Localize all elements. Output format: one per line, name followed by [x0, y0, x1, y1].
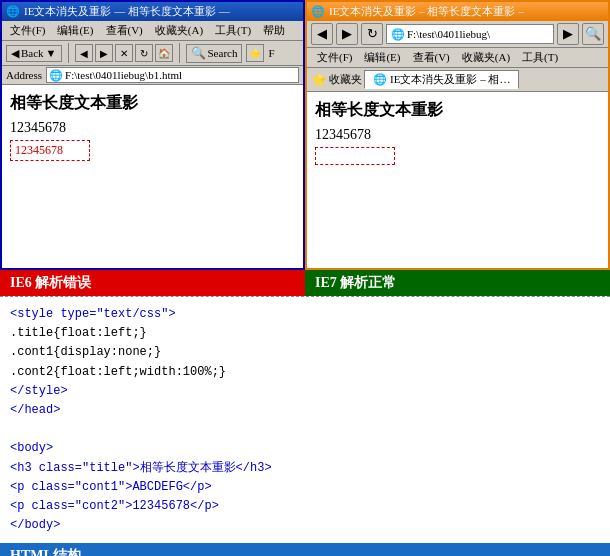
ie6-menu-tools[interactable]: 工具(T) [209, 22, 257, 39]
ie6-title: IE文本消失及重影 — 相等长度文本重影 — [24, 4, 230, 19]
code-line: <body> [10, 439, 600, 458]
ie6-titlebar: 🌐 IE文本消失及重影 — 相等长度文本重影 — [2, 2, 303, 21]
ie7-search-button[interactable]: 🔍 [582, 23, 604, 45]
ie7-forward-button[interactable]: ▶ [336, 23, 358, 45]
code-line: <p class="cont2">12345678</p> [10, 497, 600, 516]
ie7-banner-text: IE7 解析正常 [315, 274, 396, 292]
back-arrow-icon: ◀ [11, 47, 19, 60]
ie6-menu-file[interactable]: 文件(F) [4, 22, 51, 39]
code-line: <h3 class="title">相等长度文本重影</h3> [10, 459, 600, 478]
ie7-menu-edit[interactable]: 编辑(E) [358, 49, 406, 66]
code-line: </style> [10, 382, 600, 401]
ie6-back-button[interactable]: ◀ Back ▼ [6, 45, 62, 62]
ie6-menu-help[interactable]: 帮助 [257, 22, 291, 39]
ie6-banner: IE6 解析错误 [0, 270, 305, 296]
ie6-menu-view[interactable]: 查看(V) [100, 22, 149, 39]
ie7-content: 相等长度文本重影 12345678 [307, 92, 608, 268]
ie7-tab-active[interactable]: 🌐 IE文本消失及重影 – 相… [364, 70, 519, 89]
ie7-menu-bar: 文件(F) 编辑(E) 查看(V) 收藏夹(A) 工具(T) [307, 48, 608, 68]
ie6-window: 🌐 IE文本消失及重影 — 相等长度文本重影 — 文件(F) 编辑(E) 查看(… [0, 0, 305, 270]
ie6-menu-edit[interactable]: 编辑(E) [51, 22, 99, 39]
browsers-row: 🌐 IE文本消失及重影 — 相等长度文本重影 — 文件(F) 编辑(E) 查看(… [0, 0, 610, 270]
labels-row: IE6 解析错误 IE7 解析正常 [0, 270, 610, 296]
ie6-content-title: 相等长度文本重影 [10, 93, 295, 114]
ie6-search-button[interactable]: 🔍 Search [186, 44, 243, 63]
toolbar-separator [68, 43, 69, 63]
ie7-content-title: 相等长度文本重影 [315, 100, 600, 121]
ie6-address-bar: Address 🌐 F:\test\0401liebug\b1.html [2, 66, 303, 85]
ie6-content-line1: 12345678 [10, 120, 295, 136]
ie7-title: IE文本消失及重影 – 相等长度文本重影 – [329, 4, 524, 19]
home-icon[interactable]: 🏠 [155, 44, 173, 62]
stop-icon[interactable]: ✕ [115, 44, 133, 62]
ie7-menu-file[interactable]: 文件(F) [311, 49, 358, 66]
forward-icon[interactable]: ▶ [95, 44, 113, 62]
ie6-banner-text: IE6 解析错误 [10, 274, 91, 292]
ie7-menu-view[interactable]: 查看(V) [407, 49, 456, 66]
ie7-favorites-icon[interactable]: ⭐ [311, 72, 327, 88]
ie7-content-box [315, 147, 395, 165]
ie7-address-value: F:\test\0401liebug\ [407, 28, 490, 40]
ie7-window: 🌐 IE文本消失及重影 – 相等长度文本重影 – ◀ ▶ ↻ 🌐 F:\test… [305, 0, 610, 270]
ie6-menu-favorites[interactable]: 收藏夹(A) [149, 22, 209, 39]
ie7-tab-icon: 🌐 [373, 73, 387, 86]
ie7-back-button[interactable]: ◀ [311, 23, 333, 45]
ie6-toolbar: ◀ Back ▼ ◀ ▶ ✕ ↻ 🏠 🔍 Search ⭐ [2, 41, 303, 66]
search-icon: 🔍 [191, 46, 206, 61]
toolbar-separator-2 [179, 43, 180, 63]
ie7-banner: IE7 解析正常 [305, 270, 610, 296]
ie6-content-box: 12345678 [10, 140, 90, 161]
html-structure-label: HTML结构 [0, 543, 610, 556]
ie7-menu-favorites[interactable]: 收藏夹(A) [456, 49, 516, 66]
ie7-tab-label: IE文本消失及重影 – 相… [390, 72, 510, 87]
ie6-toolbar-icons: ◀ ▶ ✕ ↻ 🏠 [75, 44, 173, 62]
ie7-content-line1: 12345678 [315, 127, 600, 143]
code-line: </body> [10, 516, 600, 535]
ie6-search-label: Search [208, 47, 238, 59]
ie6-back-label: Back [21, 47, 44, 59]
code-line: </head> [10, 401, 600, 420]
ie7-tabs-bar: ⭐ 收藏夹 🌐 IE文本消失及重影 – 相… [307, 68, 608, 92]
ie6-content: 相等长度文本重影 12345678 12345678 [2, 85, 303, 268]
ie7-menu-tools[interactable]: 工具(T) [516, 49, 564, 66]
address-label: Address [6, 69, 42, 81]
ie6-icon: 🌐 [6, 5, 20, 18]
ie6-address-value: F:\test\0401liebug\b1.html [65, 69, 182, 81]
ie7-address-bar[interactable]: 🌐 F:\test\0401liebug\ [386, 24, 554, 44]
code-section: <style type="text/css">.title{float:left… [0, 296, 610, 543]
code-line: .title{float:left;} [10, 324, 600, 343]
html-label-text: HTML结构 [10, 548, 81, 556]
ie6-address-input[interactable]: 🌐 F:\test\0401liebug\b1.html [46, 67, 299, 83]
code-line: <p class="cont1">ABCDEFG</p> [10, 478, 600, 497]
ie7-nav-bar: ◀ ▶ ↻ 🌐 F:\test\0401liebug\ ▶ 🔍 [307, 21, 608, 48]
ie7-address-icon: 🌐 [391, 28, 405, 41]
ie7-icon: 🌐 [311, 5, 325, 18]
back-icon[interactable]: ◀ [75, 44, 93, 62]
ie7-go-button[interactable]: ▶ [557, 23, 579, 45]
ie7-titlebar: 🌐 IE文本消失及重影 – 相等长度文本重影 – [307, 2, 608, 21]
refresh-icon[interactable]: ↻ [135, 44, 153, 62]
code-line: .cont2{float:left;width:100%;} [10, 363, 600, 382]
ie7-refresh-button[interactable]: ↻ [361, 23, 383, 45]
main-container: 🌐 IE文本消失及重影 — 相等长度文本重影 — 文件(F) 编辑(E) 查看(… [0, 0, 610, 556]
ie6-menu: 文件(F) 编辑(E) 查看(V) 收藏夹(A) 工具(T) 帮助 [2, 21, 303, 41]
code-line [10, 420, 600, 439]
ie6-content-line2: 12345678 [15, 143, 63, 157]
ie6-toolbar-extra: F [268, 47, 274, 59]
code-line: .cont1{display:none;} [10, 343, 600, 362]
back-dropdown-icon[interactable]: ▼ [46, 47, 57, 59]
ie7-fav-label[interactable]: 收藏夹 [329, 72, 362, 87]
ie6-address-icon: 🌐 [49, 69, 63, 82]
favorites-star-icon[interactable]: ⭐ [246, 44, 264, 62]
code-line: <style type="text/css"> [10, 305, 600, 324]
